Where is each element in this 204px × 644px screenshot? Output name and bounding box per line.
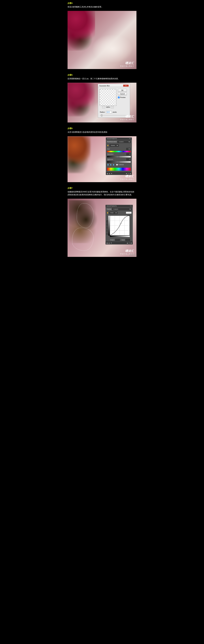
light-value[interactable] bbox=[126, 158, 131, 160]
flowers-blurred bbox=[68, 83, 95, 116]
panel-collapse-icon[interactable]: ▸ bbox=[130, 138, 131, 139]
zoom-in-button[interactable]: + bbox=[111, 106, 114, 108]
prev-icon[interactable]: ◀ bbox=[127, 242, 128, 244]
watermark-logo: 嘿设汇 bbox=[120, 61, 134, 65]
eyedrop-black-icon[interactable] bbox=[106, 226, 108, 229]
flowers-foreground bbox=[68, 11, 95, 51]
auto-button[interactable]: Auto bbox=[126, 212, 132, 214]
zoom-controls: − 100% + bbox=[100, 106, 116, 108]
prev-icon[interactable]: ◀ bbox=[126, 173, 127, 174]
watermark: 嘿设汇 学 设 计 就 上 嘿 设 汇 bbox=[120, 115, 134, 121]
curves-grid[interactable] bbox=[110, 216, 130, 236]
sat-slider[interactable] bbox=[107, 156, 131, 157]
preview-checker bbox=[100, 89, 116, 106]
cancel-button[interactable]: Cancel bbox=[118, 92, 127, 95]
eyedropper-sub-icon[interactable]: 💧 bbox=[112, 164, 114, 166]
output-input[interactable] bbox=[115, 239, 120, 241]
footer-left-icons: ▦ ◐ 👁 bbox=[106, 242, 112, 244]
output-label: Output: bbox=[110, 239, 115, 241]
selection-marquee-1 bbox=[77, 203, 94, 228]
watermark-tagline: 学 设 计 就 上 嘿 设 汇 bbox=[120, 65, 134, 67]
hand-icon[interactable]: ✋ bbox=[107, 145, 109, 146]
colorize-checkbox[interactable]: Colorize bbox=[116, 164, 124, 166]
light-row: Lightness: bbox=[106, 158, 132, 161]
step-6: 步骤6 去层>新调整图层>色相/饱和度和改变49的色调值: bbox=[64, 125, 140, 135]
layer-icon[interactable]: ▦ bbox=[106, 242, 108, 244]
close-icon[interactable]: ✕ bbox=[123, 85, 129, 87]
watermark-logo: 嘿设汇 bbox=[120, 115, 134, 118]
reset-icon[interactable]: ↺ bbox=[128, 242, 130, 244]
dialog-buttons: OK Cancel Preview bbox=[118, 89, 127, 108]
dialog-body: − 100% + OK Cancel Preview bbox=[98, 88, 130, 110]
channel-select[interactable]: RGB bbox=[109, 212, 118, 214]
step4-image: 嘿设汇 学 设 计 就 上 嘿 设 汇 bbox=[68, 11, 136, 69]
hue-row: Hue: bbox=[106, 147, 132, 151]
hue-value[interactable] bbox=[126, 148, 131, 150]
eyedrop-gray-icon[interactable] bbox=[106, 230, 108, 232]
clip-icon[interactable]: ◐ bbox=[109, 173, 110, 174]
hand-icon[interactable]: ✋ bbox=[107, 212, 108, 214]
channel-select[interactable]: Master bbox=[110, 144, 119, 147]
svg-point-1 bbox=[120, 223, 121, 224]
eyedropper-add-icon[interactable]: 💧 bbox=[110, 164, 112, 166]
step4-desc: 剪花1使用魔棒工具(W),并将其左侧的背景。 bbox=[68, 6, 136, 8]
trash-icon[interactable]: 🗑 bbox=[130, 242, 132, 244]
sat-row: Saturation: bbox=[106, 152, 132, 156]
input-input[interactable] bbox=[126, 239, 130, 241]
preview-check-input[interactable] bbox=[118, 96, 120, 98]
colorize-input[interactable] bbox=[116, 164, 118, 166]
ok-button[interactable]: OK bbox=[118, 89, 127, 92]
slider-thumb[interactable] bbox=[101, 114, 102, 116]
preview-checkbox[interactable]: Preview bbox=[118, 96, 127, 98]
clip-icon[interactable]: ◐ bbox=[108, 242, 110, 244]
panel-title: ADJUSTMENTS bbox=[106, 205, 117, 207]
eyedrop-white-icon[interactable] bbox=[106, 233, 108, 235]
watermark-logo: 嘿设汇 bbox=[120, 174, 134, 178]
preview-label: Preview bbox=[120, 96, 126, 98]
step7-desc: 创建曲线调整图层并将它设置为剪切蒙版变黑树枝。在这个图层蒙版,用黑色软轮刷(黑色… bbox=[68, 190, 136, 196]
colorize-label: Colorize bbox=[118, 164, 124, 166]
eyedropper-icon[interactable]: 💧 bbox=[107, 164, 109, 166]
radius-input[interactable] bbox=[106, 111, 112, 113]
footer-right-icons: ◀ ↺ 🗑 bbox=[127, 242, 132, 244]
curve-path bbox=[110, 216, 130, 235]
zoom-out-button[interactable]: − bbox=[102, 106, 105, 108]
panel-menu-icon[interactable]: ▾ bbox=[129, 138, 130, 139]
sat-value[interactable] bbox=[126, 153, 131, 155]
trash-icon[interactable]: 🗑 bbox=[130, 173, 131, 174]
preset-select[interactable]: Custom bbox=[112, 208, 132, 210]
layer-icon[interactable]: ▦ bbox=[107, 173, 108, 174]
gaussian-blur-dialog: Gaussian Blur ✕ − 100% + OK Cancel bbox=[98, 84, 130, 118]
blurred-background: 嘿设汇 学 设 计 就 上 嘿 设 汇 bbox=[68, 11, 136, 69]
step6-desc: 去层>新调整图层>色相/饱和度和改变49的色调值: bbox=[68, 131, 136, 134]
hue-label: Hue: bbox=[107, 148, 114, 150]
step5-desc: 应用高斯模糊这一层12 px。第二个元素将模糊增强场景的深度。 bbox=[68, 77, 136, 80]
curve-draw-icon[interactable] bbox=[106, 224, 108, 226]
hue-thumb[interactable] bbox=[122, 151, 122, 152]
radius-label: Radius: bbox=[100, 111, 105, 113]
panel-collapse-icon[interactable]: ▸ bbox=[131, 205, 132, 207]
pink-background: ADJUSTMENTS ▾ ▸ Hue/Saturation Custom ✋ … bbox=[68, 136, 136, 182]
mode-label: Curves bbox=[107, 208, 112, 210]
light-slider[interactable] bbox=[107, 161, 131, 162]
light-thumb[interactable] bbox=[118, 161, 119, 163]
step-4: 步骤4 剪花1使用魔棒工具(W),并将其左侧的背景。 bbox=[64, 0, 140, 10]
step5-title: 步骤5 bbox=[68, 74, 136, 76]
preview-area: − 100% + bbox=[100, 89, 116, 108]
preset-select[interactable]: Custom bbox=[118, 140, 131, 143]
hue-slider[interactable] bbox=[107, 151, 131, 152]
step6-title: 步骤6 bbox=[68, 127, 136, 130]
curves-io-row: Output: Input: bbox=[106, 238, 133, 242]
step-7: 步骤7 创建曲线调整图层并将它设置为剪切蒙版变黑树枝。在这个图层蒙版,用黑色软轮… bbox=[64, 185, 140, 198]
sat-thumb[interactable] bbox=[118, 156, 119, 158]
curve-point-icon[interactable] bbox=[106, 220, 108, 222]
panel-header: ADJUSTMENTS ▾ ▸ bbox=[106, 138, 132, 140]
panel-header-icons: ▾ ▸ bbox=[130, 205, 132, 207]
eye-icon[interactable]: 👁 bbox=[111, 173, 112, 174]
reset-icon[interactable]: ↺ bbox=[128, 173, 129, 174]
input-field: Input: bbox=[122, 239, 130, 241]
eye-icon[interactable]: 👁 bbox=[110, 242, 112, 244]
panel-menu-icon[interactable]: ▾ bbox=[130, 205, 131, 207]
input-label: Input: bbox=[122, 239, 125, 241]
curves-panel: ADJUSTMENTS ▾ ▸ Curves Custom ✋ RGB Auto bbox=[106, 205, 133, 244]
